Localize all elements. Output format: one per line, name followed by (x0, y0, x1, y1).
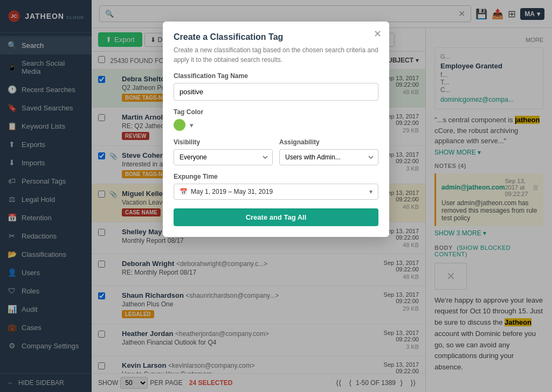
color-row: ▾ (174, 119, 378, 131)
date-range-text: May 1, 2019 – May 31, 2019 (191, 188, 366, 195)
color-swatch[interactable] (174, 119, 185, 131)
visibility-label: Visibility (174, 138, 273, 146)
calendar-icon: 📅 (180, 188, 188, 195)
modal-subtitle: Create a new classification tag based on… (174, 45, 378, 65)
create-tag-button[interactable]: Create and Tag All (174, 208, 378, 226)
color-chevron-icon[interactable]: ▾ (190, 121, 194, 129)
visibility-field: Visibility Everyone Admins Only (174, 138, 273, 165)
date-range-input[interactable]: 📅 May 1, 2019 – May 31, 2019 ▾ (174, 184, 378, 200)
visibility-assignability-row: Visibility Everyone Admins Only Assignab… (174, 138, 378, 165)
modal-title: Create a Classification Tag (174, 32, 378, 42)
assignability-label: Assignability (279, 138, 378, 146)
create-button-label: Create and Tag All (246, 213, 307, 221)
classification-modal: ✕ Create a Classification Tag Create a n… (163, 22, 389, 237)
assignability-select[interactable]: Users with Admin... All Users (279, 149, 378, 165)
tag-name-input[interactable] (174, 83, 378, 101)
expunge-label: Expunge Time (174, 173, 378, 180)
visibility-select[interactable]: Everyone Admins Only (174, 149, 273, 165)
tag-name-label: Classification Tag Name (174, 72, 378, 80)
tag-color-label: Tag Color (174, 108, 378, 116)
date-chevron-icon: ▾ (369, 188, 372, 195)
modal-close-btn[interactable]: ✕ (374, 28, 382, 40)
modal-overlay[interactable]: ✕ Create a Classification Tag Create a n… (0, 0, 552, 392)
expunge-row: Expunge Time 📅 May 1, 2019 – May 31, 201… (174, 173, 378, 200)
assignability-field: Assignability Users with Admin... All Us… (279, 138, 378, 165)
